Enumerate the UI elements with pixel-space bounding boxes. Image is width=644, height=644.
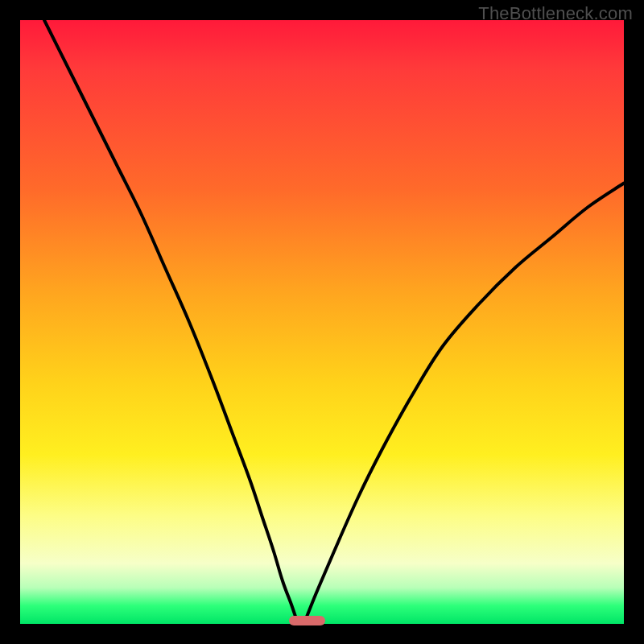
left-curve — [44, 20, 298, 624]
curve-layer — [20, 20, 624, 624]
watermark-text: TheBottleneck.com — [478, 3, 633, 24]
right-curve — [304, 184, 625, 625]
baseline-marker — [289, 616, 325, 625]
outer-frame: TheBottleneck.com — [0, 0, 644, 644]
